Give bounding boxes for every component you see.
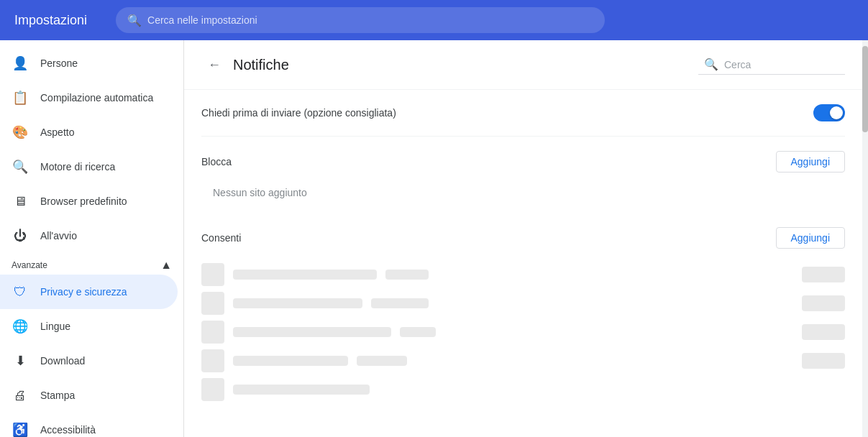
content-header: ← Notifiche 🔍 — [184, 40, 862, 90]
blocca-title: Blocca — [201, 156, 232, 167]
blurred-button — [802, 353, 845, 369]
blurred-text — [385, 270, 429, 280]
sidebar-item-label: Compilazione automatica — [40, 92, 153, 104]
blurred-icon — [201, 378, 224, 401]
blurred-icon — [201, 321, 224, 344]
accessibility-icon: ♿ — [12, 421, 29, 437]
list-item — [201, 321, 845, 344]
toggle-switch[interactable] — [813, 104, 845, 121]
content-area: ← Notifiche 🔍 Chiedi prima di inviare (o… — [184, 40, 862, 437]
blurred-text — [233, 327, 391, 337]
magnifier-icon: 🔍 — [12, 158, 29, 175]
blurred-text — [400, 327, 436, 337]
main-layout: 👤 Persone 📋 Compilazione automatica 🎨 As… — [0, 40, 868, 437]
sidebar-item-persone[interactable]: 👤 Persone — [0, 46, 178, 80]
back-button[interactable]: ← — [201, 52, 227, 78]
blurred-button — [802, 324, 845, 340]
global-search-bar[interactable]: 🔍 — [116, 7, 605, 33]
list-item — [201, 292, 845, 315]
blocca-section-header: Blocca Aggiungi — [201, 137, 845, 181]
palette-icon: 🎨 — [12, 124, 29, 141]
consenti-add-button[interactable]: Aggiungi — [776, 227, 846, 249]
search-icon: 🔍 — [704, 58, 718, 71]
sidebar-item-avvio[interactable]: ⏻ All'avvio — [0, 218, 178, 253]
sidebar-item-label: Motore di ricerca — [40, 161, 115, 172]
consenti-title: Consenti — [201, 232, 241, 244]
shield-icon: 🛡 — [12, 283, 29, 300]
sidebar-item-compilazione[interactable]: 📋 Compilazione automatica — [0, 80, 178, 115]
sidebar-item-stampa[interactable]: 🖨 Stampa — [0, 378, 178, 413]
blurred-icon — [201, 292, 224, 315]
person-icon: 👤 — [12, 55, 29, 72]
list-item — [201, 349, 845, 372]
toggle-row: Chiedi prima di inviare (opzione consigl… — [201, 90, 845, 137]
blurred-icon — [201, 349, 224, 372]
sidebar: 👤 Persone 📋 Compilazione automatica 🎨 As… — [0, 40, 184, 437]
topbar: Impostazioni 🔍 — [0, 0, 868, 40]
sidebar-item-download[interactable]: ⬇ Download — [0, 344, 178, 378]
sidebar-item-label: Stampa — [40, 390, 75, 401]
blurred-text — [233, 270, 377, 280]
sidebar-item-accessibilita[interactable]: ♿ Accessibilità — [0, 413, 178, 437]
blurred-text — [357, 356, 407, 366]
blurred-text — [233, 356, 348, 366]
blocca-empty-text: Nessun sito aggiunto — [201, 181, 845, 213]
sidebar-section-avanzate: Avanzate ▲ — [0, 253, 183, 275]
blurred-text — [371, 298, 429, 308]
sidebar-item-motore[interactable]: 🔍 Motore di ricerca — [0, 150, 178, 184]
sidebar-item-label: Privacy e sicurezza — [40, 286, 127, 298]
consenti-list — [201, 257, 845, 413]
content-body: Chiedi prima di inviare (opzione consigl… — [184, 90, 862, 413]
toggle-label: Chiedi prima di inviare (opzione consigl… — [201, 107, 396, 119]
right-scrollbar[interactable] — [862, 40, 868, 437]
globe-icon: 🌐 — [12, 318, 29, 335]
content-search-input[interactable] — [724, 59, 839, 70]
scrollbar-thumb[interactable] — [862, 46, 868, 132]
power-icon: ⏻ — [12, 227, 29, 244]
sidebar-item-label: Lingue — [40, 321, 70, 332]
sidebar-item-browser[interactable]: 🖥 Browser predefinito — [0, 184, 178, 218]
sidebar-item-label: Browser predefinito — [40, 196, 127, 207]
chevron-up-icon[interactable]: ▲ — [160, 259, 172, 272]
monitor-icon: 🖥 — [12, 193, 29, 210]
list-item — [201, 378, 845, 401]
download-icon: ⬇ — [12, 352, 29, 369]
consenti-section-header: Consenti Aggiungi — [201, 213, 845, 257]
sidebar-item-lingue[interactable]: 🌐 Lingue — [0, 309, 178, 344]
list-item — [201, 263, 845, 286]
sidebar-item-privacy[interactable]: 🛡 Privacy e sicurezza — [0, 275, 178, 309]
blurred-text — [233, 385, 370, 395]
page-title: Notifiche — [233, 57, 698, 73]
blocca-add-button[interactable]: Aggiungi — [776, 151, 846, 172]
blurred-button — [802, 267, 845, 282]
sidebar-item-label: Aspetto — [40, 126, 74, 138]
sidebar-item-label: Accessibilità — [40, 424, 96, 436]
printer-icon: 🖨 — [12, 387, 29, 404]
global-search-input[interactable] — [147, 14, 593, 26]
blurred-icon — [201, 263, 224, 286]
header-search[interactable]: 🔍 — [698, 55, 845, 75]
blurred-text — [233, 298, 362, 308]
search-icon: 🔍 — [127, 14, 142, 27]
sidebar-item-label: All'avvio — [40, 230, 77, 242]
sidebar-item-aspetto[interactable]: 🎨 Aspetto — [0, 115, 178, 150]
sidebar-item-label: Persone — [40, 58, 78, 69]
sidebar-item-label: Download — [40, 355, 85, 367]
clipboard-icon: 📋 — [12, 89, 29, 106]
topbar-title: Impostazioni — [14, 13, 87, 28]
blurred-button — [802, 295, 845, 311]
